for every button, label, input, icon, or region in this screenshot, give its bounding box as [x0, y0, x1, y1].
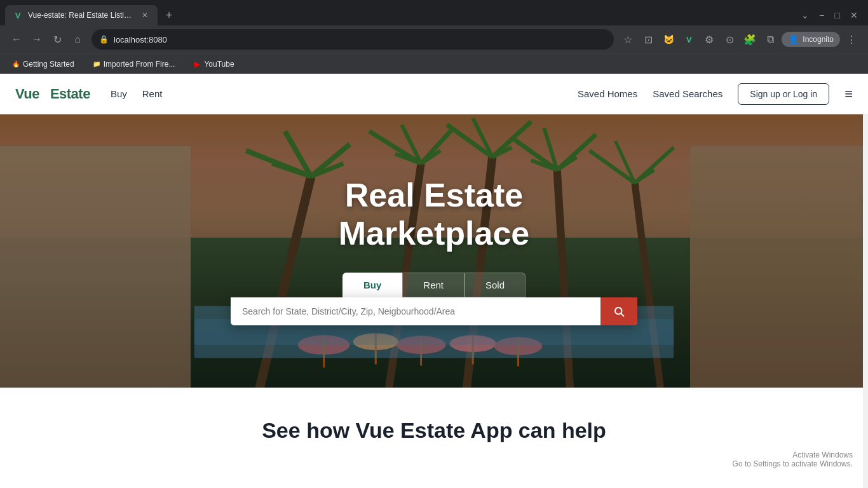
page-content: Vue Estate Buy Rent Saved Homes Saved Se… — [0, 74, 868, 488]
bookmark-youtube-label: YouTube — [204, 60, 234, 69]
bookmark-getting-started[interactable]: 🔥 Getting Started — [8, 58, 78, 70]
saved-searches-link[interactable]: Saved Searches — [653, 88, 722, 99]
hero-section: Real Estate Marketplace Buy Rent Sold — [0, 114, 868, 388]
incognito-label: Incognito — [803, 35, 834, 44]
signup-button[interactable]: Sign up or Log in — [738, 83, 829, 105]
split-view-icon[interactable]: ⧉ — [761, 30, 779, 48]
bookmark-getting-started-label: Getting Started — [23, 60, 74, 69]
close-button[interactable]: ✕ — [850, 10, 858, 20]
nav-right: Saved Homes Saved Searches Sign up or Lo… — [578, 83, 853, 105]
tab-favicon: V — [13, 10, 23, 20]
bookmark-youtube[interactable]: ▶ YouTube — [189, 58, 238, 70]
minimize-button[interactable]: − — [819, 10, 824, 20]
bookmarks-bar: 🔥 Getting Started 📁 Imported From Fire..… — [0, 53, 868, 74]
below-hero-title: See how Vue Estate App can help — [15, 418, 853, 443]
search-input[interactable] — [231, 297, 600, 325]
address-bar-row: ← → ↻ ⌂ 🔒 localhost:8080 ☆ ⊡ 🐱 V ⚙ ⊙ 🧩 ⧉… — [0, 25, 868, 53]
extension-cat-icon[interactable]: 🐱 — [660, 30, 677, 48]
back-button[interactable]: ← — [8, 30, 25, 48]
site-logo: Vue Estate — [15, 86, 90, 102]
address-bar[interactable]: 🔒 localhost:8080 — [92, 29, 614, 50]
bookmark-star-icon[interactable]: ☆ — [619, 30, 637, 48]
hero-content: Real Estate Marketplace Buy Rent Sold — [0, 177, 868, 326]
firefox-icon: 🔥 — [11, 60, 20, 69]
saved-homes-link[interactable]: Saved Homes — [578, 88, 637, 99]
address-text: localhost:8080 — [114, 35, 167, 44]
incognito-avatar: 👤 — [788, 34, 799, 44]
toolbar-icons: ☆ ⊡ 🐱 V ⚙ ⊙ 🧩 ⧉ 👤 Incognito ⋮ — [619, 30, 860, 48]
hamburger-menu-button[interactable]: ≡ — [844, 86, 853, 102]
nav-rent[interactable]: Rent — [142, 88, 163, 99]
bookmark-imported[interactable]: 📁 Imported From Fire... — [88, 58, 179, 70]
tab-close-button[interactable]: ✕ — [140, 10, 150, 20]
tab-buy[interactable]: Buy — [342, 273, 402, 297]
youtube-icon: ▶ — [193, 60, 201, 69]
svg-line-41 — [621, 314, 623, 316]
active-tab[interactable]: V Vue-estate: Real Estate Listings, ✕ — [5, 5, 158, 25]
puzzle-icon[interactable]: 🧩 — [741, 30, 759, 48]
nav-links: Buy Rent — [111, 88, 163, 99]
incognito-button[interactable]: 👤 Incognito — [782, 32, 840, 47]
tab-title: Vue-estate: Real Estate Listings, — [28, 11, 135, 20]
home-button[interactable]: ⌂ — [69, 30, 86, 48]
search-bar-container — [0, 297, 868, 325]
logo-estate: Estate — [50, 86, 90, 102]
reload-button[interactable]: ↻ — [48, 30, 66, 48]
tab-sold[interactable]: Sold — [465, 273, 526, 297]
window-controls: ⌄ − □ ✕ — [801, 10, 863, 20]
lock-icon: 🔒 — [99, 35, 109, 44]
chevron-down-icon[interactable]: ⌄ — [801, 10, 809, 20]
vue-favicon: V — [15, 11, 21, 20]
nav-buy[interactable]: Buy — [111, 88, 127, 99]
tab-bar: V Vue-estate: Real Estate Listings, ✕ + … — [0, 0, 868, 25]
search-bar — [231, 297, 637, 325]
site-nav: Vue Estate Buy Rent Saved Homes Saved Se… — [0, 74, 868, 114]
bookmark-imported-label: Imported From Fire... — [104, 60, 175, 69]
search-icon — [613, 306, 625, 317]
activate-windows-line1: Activate Windows — [733, 451, 853, 459]
target-icon[interactable]: ⊙ — [721, 30, 738, 48]
activate-windows-line2: Go to Settings to activate Windows. — [733, 459, 853, 468]
search-tabs: Buy Rent Sold — [0, 273, 868, 297]
logo-vue: Vue — [15, 86, 39, 102]
nav-buttons: ← → ↻ ⌂ — [8, 30, 86, 48]
tab-rent[interactable]: Rent — [402, 273, 465, 297]
hero-title-line2: Marketplace — [339, 215, 530, 252]
maximize-button[interactable]: □ — [835, 10, 840, 20]
svg-line-2 — [311, 144, 349, 177]
browser-chrome: V Vue-estate: Real Estate Listings, ✕ + … — [0, 0, 868, 74]
hero-title: Real Estate Marketplace — [0, 177, 868, 253]
menu-button[interactable]: ⋮ — [843, 30, 860, 48]
activate-windows-notice: Activate Windows Go to Settings to activ… — [733, 451, 853, 468]
vue-extension-icon[interactable]: V — [680, 30, 698, 48]
send-icon[interactable]: ⊡ — [639, 30, 657, 48]
new-tab-button[interactable]: + — [160, 6, 178, 24]
below-hero-section: See how Vue Estate App can help Activate… — [0, 388, 868, 478]
hero-title-line1: Real Estate — [345, 177, 523, 214]
forward-button[interactable]: → — [28, 30, 46, 48]
folder-icon: 📁 — [92, 60, 101, 69]
search-button[interactable] — [600, 297, 637, 325]
settings-icon[interactable]: ⚙ — [700, 30, 718, 48]
